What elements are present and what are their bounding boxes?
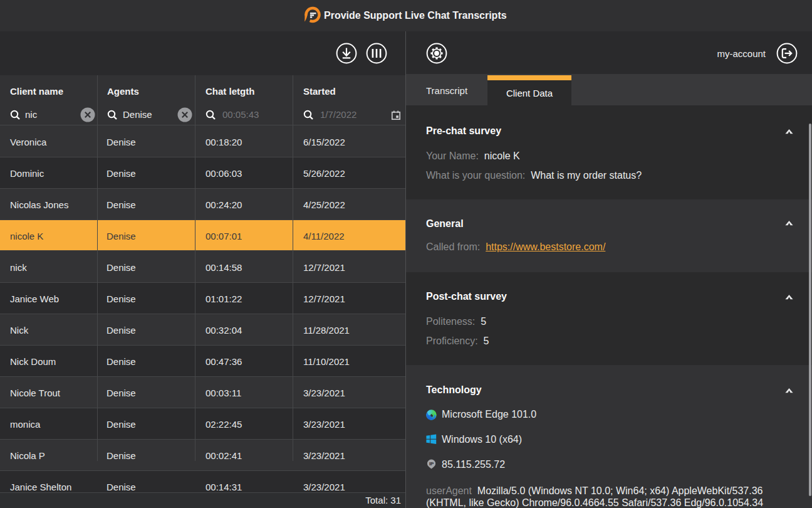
svg-text:IP: IP: [429, 461, 434, 467]
